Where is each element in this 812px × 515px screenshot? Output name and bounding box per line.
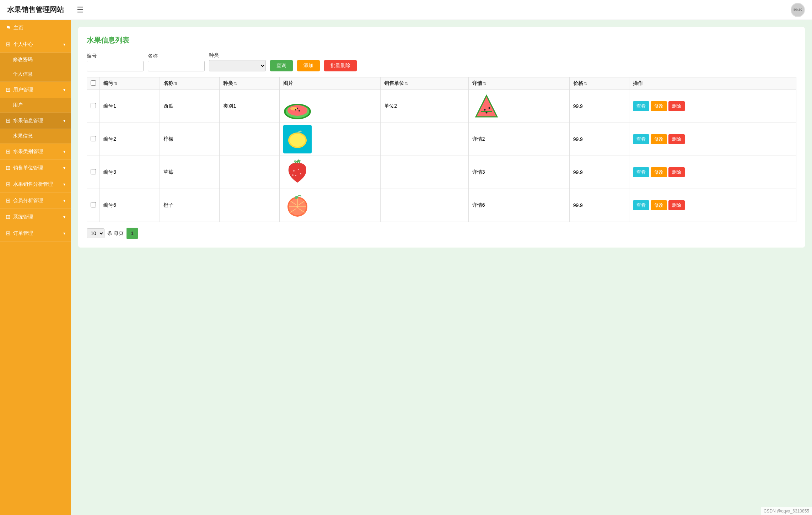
chevron-down-icon-1: ▾ [63, 42, 65, 47]
query-button[interactable]: 查询 [270, 60, 293, 71]
th-actions: 操作 [629, 77, 796, 90]
delete-button-row-2[interactable]: 删除 [668, 167, 685, 177]
table-row: 编号2柠檬 详情299.9查看修改删除 [87, 123, 796, 156]
action-buttons: 查看修改删除 [633, 134, 792, 144]
delete-button-row-3[interactable]: 删除 [668, 200, 685, 210]
chevron-down-icon-6: ▾ [63, 182, 65, 187]
view-button-row-2[interactable]: 查看 [633, 167, 649, 177]
row-category: 类别1 [220, 90, 280, 123]
search-name-label: 名称 [148, 53, 205, 59]
delete-button-row-1[interactable]: 删除 [668, 134, 685, 144]
per-page-select[interactable]: 10 20 50 [87, 228, 104, 238]
grid-icon-5: ⊞ [6, 164, 10, 171]
edit-button-row-2[interactable]: 修改 [651, 167, 667, 177]
th-price: 价格⇅ [569, 77, 629, 90]
search-id-input[interactable] [87, 61, 144, 71]
edit-button-row-0[interactable]: 修改 [651, 101, 667, 111]
sidebar-item-sales-unit[interactable]: ⊞ 销售单位管理 ▾ [0, 160, 71, 176]
pagination-bar: 10 20 50 条 每页 1 [87, 228, 796, 239]
row-price: 99.9 [569, 156, 629, 189]
action-buttons: 查看修改删除 [633, 167, 792, 177]
sidebar-sales-analysis-label: 水果销售分析管理 [13, 181, 63, 188]
page-1-button[interactable]: 1 [127, 228, 138, 239]
row-checkbox-cell [87, 90, 100, 123]
sidebar-home-label: 主页 [14, 25, 65, 31]
row-image-cell [280, 156, 381, 189]
search-id-label: 编号 [87, 53, 144, 59]
edit-button-row-3[interactable]: 修改 [651, 200, 667, 210]
chevron-down-icon-2: ▾ [63, 87, 65, 92]
view-button-row-0[interactable]: 查看 [633, 101, 649, 111]
sort-icon-detail: ⇅ [483, 81, 486, 86]
row-id: 编号6 [100, 189, 160, 222]
sort-icon-unit: ⇅ [405, 81, 408, 86]
sidebar-item-personal-center[interactable]: ⊞ 个人中心 ▾ [0, 36, 71, 53]
delete-button-row-0[interactable]: 删除 [668, 101, 685, 111]
row-actions-cell: 查看修改删除 [629, 90, 796, 123]
sort-icon-id: ⇅ [114, 81, 117, 86]
th-name: 名称⇅ [160, 77, 220, 90]
view-button-row-1[interactable]: 查看 [633, 134, 649, 144]
row-checkbox[interactable] [91, 136, 96, 141]
flag-icon: ⚑ [6, 25, 11, 31]
search-name-input[interactable] [148, 61, 205, 71]
th-select-all [87, 77, 100, 90]
row-checkbox[interactable] [91, 103, 96, 108]
sidebar-change-password-label: 修改密码 [13, 56, 33, 63]
row-id: 编号2 [100, 123, 160, 156]
sidebar-item-fruit-category[interactable]: ⊞ 水果类别管理 ▾ [0, 143, 71, 160]
sidebar-fruit-info-mgmt-label: 水果信息管理 [13, 118, 63, 124]
sidebar-personal-info-label: 个人信息 [13, 71, 33, 77]
app-title: 水果销售管理网站 [7, 5, 64, 15]
grid-icon-2: ⊞ [6, 86, 10, 93]
sidebar-item-users[interactable]: 用户 [0, 98, 71, 113]
table-row: 编号3草莓 详情399.9查看修改删除 [87, 156, 796, 189]
row-image-cell [280, 123, 381, 156]
search-category-label: 种类 [209, 52, 266, 59]
avatar[interactable]: 80x80 [791, 3, 805, 17]
row-detail-cell: 详情6 [468, 189, 569, 222]
row-checkbox[interactable] [91, 169, 96, 174]
sidebar-item-personal-info[interactable]: 个人信息 [0, 67, 71, 82]
search-category-select[interactable]: 类别1 类别2 [209, 60, 266, 71]
chevron-down-icon-3: ▾ [63, 118, 65, 123]
svg-point-16 [295, 175, 296, 176]
sidebar-item-user-management[interactable]: ⊞ 用户管理 ▾ [0, 82, 71, 98]
layout: ⚑ 主页 ⊞ 个人中心 ▾ 修改密码 个人信息 ⊞ 用户管理 ▾ 用户 ⊞ 水果… [0, 0, 812, 515]
sidebar-item-home[interactable]: ⚑ 主页 [0, 20, 71, 36]
row-name: 柠檬 [160, 123, 220, 156]
add-button[interactable]: 添加 [297, 60, 320, 71]
sidebar-item-member-analysis[interactable]: ⊞ 会员分析管理 ▾ [0, 193, 71, 209]
svg-marker-7 [476, 96, 497, 117]
sidebar-item-sales-analysis[interactable]: ⊞ 水果销售分析管理 ▾ [0, 176, 71, 193]
table-header-row: 编号⇅ 名称⇅ 种类⇅ 图片 销售单位⇅ 详情⇅ 价格⇅ 操作 [87, 77, 796, 90]
sidebar-item-fruit-info-management[interactable]: ⊞ 水果信息管理 ▾ [0, 113, 71, 129]
row-detail-cell: 详情2 [468, 123, 569, 156]
sort-icon-category: ⇅ [234, 81, 237, 86]
row-name: 橙子 [160, 189, 220, 222]
svg-point-18 [292, 174, 294, 176]
sidebar-item-order-management[interactable]: ⊞ 订单管理 ▾ [0, 225, 71, 242]
select-all-checkbox[interactable] [91, 80, 96, 86]
menu-toggle-icon[interactable]: ☰ [77, 5, 84, 15]
svg-point-14 [293, 170, 295, 172]
chevron-down-icon-7: ▾ [63, 198, 65, 203]
row-name: 西瓜 [160, 90, 220, 123]
row-checkbox-cell [87, 189, 100, 222]
row-checkbox[interactable] [91, 202, 96, 207]
credit-text: CSDN @qqvx_6310855 [764, 509, 809, 514]
row-category [220, 156, 280, 189]
sidebar-item-system-management[interactable]: ⊞ 系统管理 ▾ [0, 209, 71, 225]
batch-delete-button[interactable]: 批量删除 [324, 60, 357, 71]
header-left: 水果销售管理网站 ☰ [7, 5, 84, 15]
svg-point-17 [300, 173, 301, 174]
sidebar-item-fruit-info[interactable]: 水果信息 [0, 129, 71, 143]
svg-point-11 [485, 112, 487, 114]
row-sales-unit [381, 156, 468, 189]
search-category-field: 种类 类别1 类别2 [209, 52, 266, 71]
view-button-row-3[interactable]: 查看 [633, 200, 649, 210]
chevron-down-icon-9: ▾ [63, 231, 65, 236]
row-checkbox-cell [87, 156, 100, 189]
edit-button-row-1[interactable]: 修改 [651, 134, 667, 144]
sidebar-item-change-password[interactable]: 修改密码 [0, 53, 71, 67]
